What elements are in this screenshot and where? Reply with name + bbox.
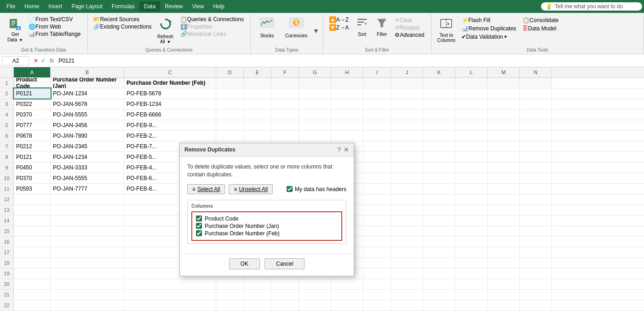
data-validation-button[interactable]: ✔ Data Validation ▼ [460, 33, 518, 41]
grid-cell[interactable] [391, 205, 423, 215]
grid-cell[interactable] [488, 152, 520, 162]
grid-cell[interactable]: P0678 [14, 131, 51, 141]
grid-cell[interactable] [363, 268, 391, 279]
grid-cell[interactable]: PO-JAN-3456 [51, 120, 124, 130]
grid-cell[interactable] [455, 237, 488, 247]
grid-cell[interactable] [331, 99, 363, 109]
grid-cell[interactable] [488, 237, 520, 247]
menu-view[interactable]: View [188, 1, 209, 12]
grid-cell[interactable]: PO-JAN-5555 [51, 110, 124, 120]
grid-cell[interactable] [331, 279, 363, 289]
grid-cell[interactable] [14, 247, 51, 257]
col-header-l[interactable]: L [455, 67, 488, 77]
col-header-g[interactable]: G [299, 67, 331, 77]
grid-cell[interactable] [520, 279, 552, 289]
grid-cell[interactable] [363, 78, 391, 88]
grid-cell[interactable]: P0370 [14, 173, 51, 183]
grid-cell[interactable] [299, 300, 331, 310]
grid-cell[interactable] [216, 78, 244, 88]
grid-cell[interactable] [391, 194, 423, 204]
grid-cell[interactable] [14, 194, 51, 204]
filter-button[interactable]: Filter [373, 16, 391, 38]
grid-cell[interactable]: PO-JAN-7777 [51, 184, 124, 194]
grid-cell[interactable] [455, 88, 488, 99]
queries-connections-button[interactable]: 📋 Queries & Connections [178, 16, 246, 23]
grid-cell[interactable] [488, 290, 520, 300]
grid-cell[interactable] [520, 78, 552, 88]
grid-cell[interactable] [423, 205, 455, 215]
grid-cell[interactable] [51, 215, 124, 226]
grid-cell[interactable] [423, 152, 455, 162]
grid-cell[interactable] [51, 279, 124, 289]
grid-cell[interactable] [455, 290, 488, 300]
my-data-headers-label[interactable]: My data has headers [287, 186, 346, 192]
grid-cell[interactable] [51, 268, 124, 279]
grid-cell[interactable] [423, 99, 455, 109]
grid-cell[interactable]: PO-JAN-5555 [51, 173, 124, 183]
grid-cell[interactable] [391, 184, 423, 194]
dialog-close-icon[interactable]: ✕ [344, 146, 349, 153]
grid-cell[interactable] [520, 184, 552, 194]
cancel-edit-icon[interactable]: ✕ [34, 58, 38, 64]
grid-cell[interactable] [391, 173, 423, 183]
grid-cell[interactable] [124, 290, 216, 300]
grid-cell[interactable] [51, 290, 124, 300]
grid-cell[interactable] [488, 131, 520, 141]
grid-cell[interactable] [244, 78, 271, 88]
grid-cell[interactable] [488, 120, 520, 130]
grid-cell[interactable] [520, 268, 552, 279]
grid-cell[interactable] [299, 78, 331, 88]
grid-cell[interactable]: P0322 [14, 99, 51, 109]
grid-cell[interactable] [244, 300, 271, 310]
from-table-button[interactable]: 📊 From Table/Range [27, 30, 83, 38]
col-header-e[interactable]: E [244, 67, 271, 77]
grid-cell[interactable] [216, 110, 244, 120]
sort-za-button[interactable]: 🔽 Z→A [327, 23, 351, 31]
my-data-headers-checkbox[interactable] [287, 186, 293, 192]
grid-cell[interactable] [520, 152, 552, 162]
grid-cell[interactable] [391, 131, 423, 141]
grid-cell[interactable] [363, 120, 391, 130]
menu-home[interactable]: Home [20, 1, 44, 12]
grid-cell[interactable] [299, 120, 331, 130]
grid-cell[interactable]: P0593 [14, 184, 51, 194]
grid-cell[interactable] [14, 279, 51, 289]
grid-cell[interactable] [391, 110, 423, 120]
grid-cell[interactable] [363, 215, 391, 226]
grid-cell[interactable] [423, 163, 455, 173]
clear-button[interactable]: ✕ Clear [393, 17, 426, 24]
column-checkbox-po-jan[interactable] [196, 223, 202, 229]
grid-cell[interactable] [423, 110, 455, 120]
grid-cell[interactable] [51, 194, 124, 204]
grid-cell[interactable]: PO-FEB-6666 [124, 110, 216, 120]
grid-cell[interactable]: PO-JAN-1234 [51, 152, 124, 162]
grid-cell[interactable] [520, 120, 552, 130]
grid-cell[interactable] [455, 184, 488, 194]
properties-button[interactable]: ℹ️ Properties [178, 23, 246, 30]
grid-cell[interactable] [391, 78, 423, 88]
get-data-button[interactable]: GetData ▼ [4, 16, 27, 44]
grid-cell[interactable] [488, 247, 520, 257]
grid-cell[interactable] [391, 279, 423, 289]
grid-cell[interactable] [488, 99, 520, 109]
grid-cell[interactable] [14, 237, 51, 247]
text-to-columns-button[interactable]: Text toColumns [435, 16, 458, 44]
grid-cell[interactable] [423, 290, 455, 300]
grid-cell[interactable] [520, 237, 552, 247]
grid-cell[interactable] [363, 226, 391, 236]
grid-cell[interactable] [520, 141, 552, 151]
grid-cell[interactable] [455, 120, 488, 130]
grid-cell[interactable] [271, 131, 299, 141]
col-header-h[interactable]: H [331, 67, 363, 77]
sort-az-button[interactable]: 🔼 A→Z [327, 16, 351, 23]
grid-cell[interactable] [51, 205, 124, 215]
grid-cell[interactable] [51, 300, 124, 310]
tell-me-box[interactable]: 💡 Tell me what you want to do [541, 2, 642, 11]
select-all-button[interactable]: ≡ Select All [187, 184, 225, 194]
from-text-csv-button[interactable]: 📄 From Text/CSV [27, 16, 83, 23]
grid-cell[interactable]: P0121 [14, 88, 51, 99]
grid-cell[interactable] [363, 184, 391, 194]
grid-cell[interactable] [14, 215, 51, 226]
grid-cell[interactable]: PO-JAN-3333 [51, 163, 124, 173]
grid-cell[interactable] [520, 247, 552, 257]
